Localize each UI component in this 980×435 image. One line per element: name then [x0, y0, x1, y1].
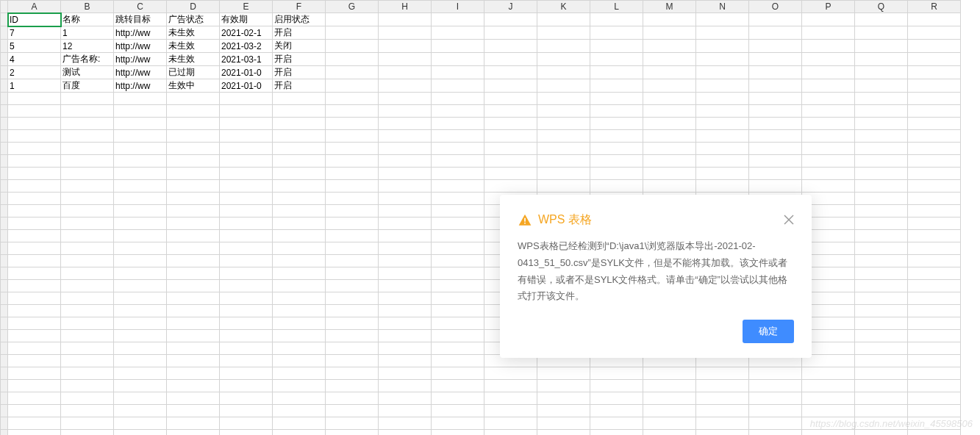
- cell[interactable]: [167, 230, 220, 242]
- cell[interactable]: [220, 180, 273, 193]
- row-header[interactable]: [1, 105, 8, 118]
- cell[interactable]: [855, 93, 908, 105]
- cell[interactable]: [432, 180, 484, 193]
- row-header[interactable]: [1, 180, 8, 193]
- row-header[interactable]: [1, 13, 8, 26]
- cell[interactable]: [326, 405, 379, 417]
- cell[interactable]: [484, 155, 537, 168]
- cell[interactable]: ID: [8, 13, 61, 26]
- cell[interactable]: [432, 193, 484, 205]
- cell[interactable]: [379, 93, 432, 105]
- cell[interactable]: [379, 105, 432, 118]
- cell[interactable]: [379, 130, 432, 143]
- cell[interactable]: [855, 392, 908, 405]
- cell[interactable]: [855, 66, 908, 79]
- cell[interactable]: [696, 53, 749, 66]
- cell[interactable]: [61, 93, 114, 105]
- cell[interactable]: [696, 367, 749, 380]
- cell[interactable]: [749, 26, 802, 40]
- cell[interactable]: [802, 380, 855, 392]
- column-header[interactable]: P: [802, 1, 855, 13]
- cell[interactable]: [61, 267, 114, 280]
- cell[interactable]: [802, 79, 855, 93]
- cell[interactable]: [802, 40, 855, 53]
- cell[interactable]: [273, 193, 326, 205]
- cell[interactable]: [167, 218, 220, 230]
- cell[interactable]: [220, 230, 273, 242]
- cell[interactable]: [643, 66, 696, 79]
- cell[interactable]: [61, 280, 114, 292]
- cell[interactable]: [696, 13, 749, 26]
- cell[interactable]: [484, 380, 537, 392]
- cell[interactable]: [114, 380, 167, 392]
- cell[interactable]: [696, 430, 749, 436]
- cell[interactable]: [908, 342, 961, 355]
- cell[interactable]: [220, 405, 273, 417]
- cell[interactable]: [167, 355, 220, 367]
- cell[interactable]: [326, 26, 379, 40]
- cell[interactable]: [855, 218, 908, 230]
- cell[interactable]: [908, 205, 961, 218]
- cell[interactable]: [61, 105, 114, 118]
- cell[interactable]: [114, 392, 167, 405]
- cell[interactable]: [273, 392, 326, 405]
- cell[interactable]: [379, 26, 432, 40]
- cell[interactable]: [696, 405, 749, 417]
- cell[interactable]: [855, 255, 908, 267]
- row-header[interactable]: [1, 405, 8, 417]
- row-header[interactable]: [1, 417, 8, 430]
- cell[interactable]: [273, 218, 326, 230]
- cell[interactable]: [167, 305, 220, 317]
- cell[interactable]: [8, 130, 61, 143]
- cell[interactable]: [273, 93, 326, 105]
- cell[interactable]: [484, 118, 537, 130]
- cell[interactable]: [61, 342, 114, 355]
- cell[interactable]: [432, 143, 484, 155]
- cell[interactable]: [61, 155, 114, 168]
- cell[interactable]: [484, 93, 537, 105]
- cell[interactable]: [273, 143, 326, 155]
- row-header[interactable]: [1, 292, 8, 305]
- cell[interactable]: [114, 242, 167, 255]
- row-header[interactable]: [1, 342, 8, 355]
- cell[interactable]: [8, 380, 61, 392]
- cell[interactable]: 2021-03-2: [220, 40, 273, 53]
- cell[interactable]: [379, 53, 432, 66]
- cell[interactable]: [643, 118, 696, 130]
- column-header[interactable]: M: [643, 1, 696, 13]
- cell[interactable]: [908, 392, 961, 405]
- cell[interactable]: [379, 168, 432, 180]
- cell[interactable]: [220, 105, 273, 118]
- cell[interactable]: [908, 355, 961, 367]
- cell[interactable]: [749, 430, 802, 436]
- cell[interactable]: [855, 193, 908, 205]
- cell[interactable]: [802, 105, 855, 118]
- cell[interactable]: [167, 242, 220, 255]
- cell[interactable]: 名称: [61, 13, 114, 26]
- cell[interactable]: [696, 180, 749, 193]
- row-header[interactable]: [1, 392, 8, 405]
- cell[interactable]: [590, 417, 643, 430]
- cell[interactable]: [643, 105, 696, 118]
- cell[interactable]: [432, 79, 484, 93]
- cell[interactable]: [432, 218, 484, 230]
- cell[interactable]: [326, 417, 379, 430]
- cell[interactable]: 开启: [273, 66, 326, 79]
- cell[interactable]: [8, 193, 61, 205]
- cell[interactable]: [432, 40, 484, 53]
- cell[interactable]: [273, 280, 326, 292]
- cell[interactable]: [8, 155, 61, 168]
- cell[interactable]: [696, 105, 749, 118]
- cell[interactable]: [537, 130, 590, 143]
- cell[interactable]: 有效期: [220, 13, 273, 26]
- cell[interactable]: [590, 79, 643, 93]
- cell[interactable]: [114, 130, 167, 143]
- cell[interactable]: [749, 118, 802, 130]
- cell[interactable]: [749, 143, 802, 155]
- cell[interactable]: [167, 193, 220, 205]
- row-header[interactable]: [1, 93, 8, 105]
- cell[interactable]: [855, 230, 908, 242]
- column-header[interactable]: I: [432, 1, 484, 13]
- cell[interactable]: 12: [61, 40, 114, 53]
- cell[interactable]: [273, 330, 326, 342]
